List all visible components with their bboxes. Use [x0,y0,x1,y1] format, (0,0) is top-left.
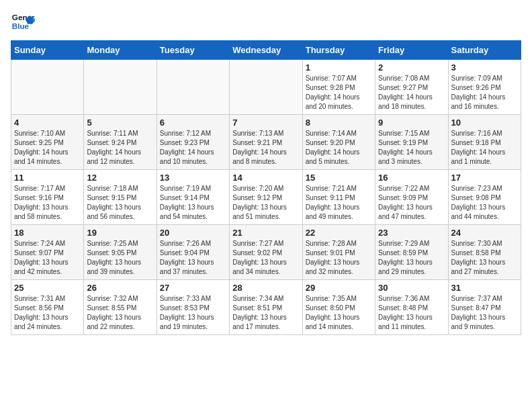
day-info: Sunrise: 7:35 AM Sunset: 8:50 PM Dayligh… [306,294,372,332]
week-row-1: 1Sunrise: 7:07 AM Sunset: 9:28 PM Daylig… [11,60,521,115]
day-cell: 23Sunrise: 7:29 AM Sunset: 8:59 PM Dayli… [375,225,448,280]
day-number: 19 [87,228,153,238]
day-info: Sunrise: 7:18 AM Sunset: 9:15 PM Dayligh… [87,184,153,222]
day-cell: 1Sunrise: 7:07 AM Sunset: 9:28 PM Daylig… [302,60,375,115]
day-number: 10 [451,118,518,128]
day-cell [84,60,157,115]
day-number: 8 [306,118,372,128]
day-number: 7 [232,118,299,128]
day-info: Sunrise: 7:32 AM Sunset: 8:55 PM Dayligh… [87,294,153,332]
day-info: Sunrise: 7:28 AM Sunset: 9:01 PM Dayligh… [306,239,372,277]
day-cell: 11Sunrise: 7:17 AM Sunset: 9:16 PM Dayli… [11,170,84,225]
day-cell [11,60,84,115]
day-number: 29 [306,283,372,293]
day-cell: 26Sunrise: 7:32 AM Sunset: 8:55 PM Dayli… [84,280,157,335]
day-info: Sunrise: 7:17 AM Sunset: 9:16 PM Dayligh… [14,184,81,222]
day-number: 16 [378,173,445,183]
day-cell: 25Sunrise: 7:31 AM Sunset: 8:56 PM Dayli… [11,280,84,335]
day-number: 6 [160,118,226,128]
day-info: Sunrise: 7:12 AM Sunset: 9:23 PM Dayligh… [160,129,226,167]
weekday-header-monday: Monday [84,41,157,60]
day-number: 12 [87,173,153,183]
day-number: 4 [14,118,81,128]
day-info: Sunrise: 7:13 AM Sunset: 9:21 PM Dayligh… [232,129,299,167]
day-info: Sunrise: 7:10 AM Sunset: 9:25 PM Dayligh… [14,129,81,167]
day-cell: 29Sunrise: 7:35 AM Sunset: 8:50 PM Dayli… [302,280,375,335]
weekday-header-sunday: Sunday [11,41,84,60]
day-number: 20 [160,228,226,238]
day-info: Sunrise: 7:14 AM Sunset: 9:20 PM Dayligh… [306,129,372,167]
day-cell: 30Sunrise: 7:36 AM Sunset: 8:48 PM Dayli… [375,280,448,335]
day-cell: 22Sunrise: 7:28 AM Sunset: 9:01 PM Dayli… [302,225,375,280]
day-info: Sunrise: 7:36 AM Sunset: 8:48 PM Dayligh… [378,294,445,332]
day-info: Sunrise: 7:08 AM Sunset: 9:27 PM Dayligh… [378,74,445,111]
day-number: 28 [232,283,299,293]
weekday-header-wednesday: Wednesday [230,41,302,60]
day-info: Sunrise: 7:30 AM Sunset: 8:58 PM Dayligh… [451,239,518,277]
day-number: 22 [306,228,372,238]
day-cell: 28Sunrise: 7:34 AM Sunset: 8:51 PM Dayli… [230,280,302,335]
day-cell: 13Sunrise: 7:19 AM Sunset: 9:14 PM Dayli… [157,170,229,225]
weekday-header-saturday: Saturday [448,41,521,60]
day-info: Sunrise: 7:22 AM Sunset: 9:09 PM Dayligh… [378,184,445,222]
day-number: 5 [87,118,153,128]
day-cell: 8Sunrise: 7:14 AM Sunset: 9:20 PM Daylig… [302,115,375,170]
day-cell: 5Sunrise: 7:11 AM Sunset: 9:24 PM Daylig… [84,115,157,170]
day-number: 14 [232,173,299,183]
day-cell: 21Sunrise: 7:27 AM Sunset: 9:02 PM Dayli… [230,225,302,280]
day-info: Sunrise: 7:15 AM Sunset: 9:19 PM Dayligh… [378,129,445,167]
day-cell: 17Sunrise: 7:23 AM Sunset: 9:08 PM Dayli… [448,170,521,225]
day-info: Sunrise: 7:09 AM Sunset: 9:26 PM Dayligh… [451,74,518,111]
day-info: Sunrise: 7:20 AM Sunset: 9:12 PM Dayligh… [232,184,299,222]
day-number: 31 [451,283,518,293]
weekday-header-tuesday: Tuesday [157,41,229,60]
day-info: Sunrise: 7:23 AM Sunset: 9:08 PM Dayligh… [451,184,518,222]
day-cell: 15Sunrise: 7:21 AM Sunset: 9:11 PM Dayli… [302,170,375,225]
day-number: 27 [160,283,226,293]
day-number: 13 [160,173,226,183]
day-number: 24 [451,228,518,238]
day-cell: 27Sunrise: 7:33 AM Sunset: 8:53 PM Dayli… [157,280,229,335]
day-number: 11 [14,173,81,183]
day-info: Sunrise: 7:34 AM Sunset: 8:51 PM Dayligh… [232,294,299,332]
day-info: Sunrise: 7:25 AM Sunset: 9:05 PM Dayligh… [87,239,153,277]
day-cell: 4Sunrise: 7:10 AM Sunset: 9:25 PM Daylig… [11,115,84,170]
day-cell: 20Sunrise: 7:26 AM Sunset: 9:04 PM Dayli… [157,225,229,280]
day-number: 25 [14,283,81,293]
day-info: Sunrise: 7:07 AM Sunset: 9:28 PM Dayligh… [306,74,372,111]
day-cell [157,60,229,115]
day-cell: 3Sunrise: 7:09 AM Sunset: 9:26 PM Daylig… [448,60,521,115]
day-number: 18 [14,228,81,238]
day-number: 9 [378,118,445,128]
day-info: Sunrise: 7:11 AM Sunset: 9:24 PM Dayligh… [87,129,153,167]
week-row-2: 4Sunrise: 7:10 AM Sunset: 9:25 PM Daylig… [11,115,521,170]
day-info: Sunrise: 7:26 AM Sunset: 9:04 PM Dayligh… [160,239,226,277]
day-info: Sunrise: 7:16 AM Sunset: 9:18 PM Dayligh… [451,129,518,167]
day-number: 30 [378,283,445,293]
day-number: 17 [451,173,518,183]
day-number: 15 [306,173,372,183]
day-info: Sunrise: 7:21 AM Sunset: 9:11 PM Dayligh… [306,184,372,222]
day-cell: 24Sunrise: 7:30 AM Sunset: 8:58 PM Dayli… [448,225,521,280]
day-cell: 2Sunrise: 7:08 AM Sunset: 9:27 PM Daylig… [375,60,448,115]
weekday-header-friday: Friday [375,41,448,60]
day-number: 2 [378,62,445,73]
day-info: Sunrise: 7:29 AM Sunset: 8:59 PM Dayligh… [378,239,445,277]
week-row-4: 18Sunrise: 7:24 AM Sunset: 9:07 PM Dayli… [11,225,521,280]
day-cell: 9Sunrise: 7:15 AM Sunset: 9:19 PM Daylig… [375,115,448,170]
day-cell: 7Sunrise: 7:13 AM Sunset: 9:21 PM Daylig… [230,115,302,170]
day-cell: 16Sunrise: 7:22 AM Sunset: 9:09 PM Dayli… [375,170,448,225]
day-info: Sunrise: 7:33 AM Sunset: 8:53 PM Dayligh… [160,294,226,332]
day-cell: 19Sunrise: 7:25 AM Sunset: 9:05 PM Dayli… [84,225,157,280]
day-info: Sunrise: 7:37 AM Sunset: 8:47 PM Dayligh… [451,294,518,332]
day-info: Sunrise: 7:24 AM Sunset: 9:07 PM Dayligh… [14,239,81,277]
day-number: 23 [378,228,445,238]
day-cell [230,60,302,115]
logo: General Blue [11,11,38,35]
day-number: 21 [232,228,299,238]
day-cell: 12Sunrise: 7:18 AM Sunset: 9:15 PM Dayli… [84,170,157,225]
day-number: 3 [451,62,518,73]
week-row-5: 25Sunrise: 7:31 AM Sunset: 8:56 PM Dayli… [11,280,521,335]
day-cell: 10Sunrise: 7:16 AM Sunset: 9:18 PM Dayli… [448,115,521,170]
weekday-header-row: SundayMondayTuesdayWednesdayThursdayFrid… [11,41,521,60]
